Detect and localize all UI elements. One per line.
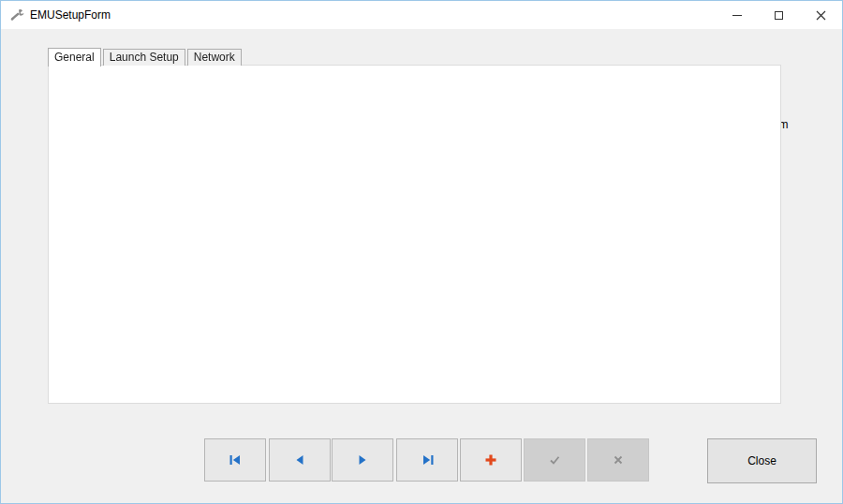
next-record-icon xyxy=(356,453,369,467)
maximize-icon xyxy=(775,11,783,20)
post-edit-button[interactable] xyxy=(524,438,585,482)
first-record-icon xyxy=(229,453,243,467)
cancel-edit-button[interactable] xyxy=(587,438,649,482)
next-record-button[interactable] xyxy=(332,438,393,482)
cross-icon xyxy=(613,454,624,466)
close-form-button[interactable]: Close xyxy=(707,438,817,483)
prior-record-icon xyxy=(293,453,306,467)
last-record-button[interactable] xyxy=(396,438,458,482)
close-form-label: Close xyxy=(747,454,776,467)
last-record-icon xyxy=(421,453,435,467)
tab-strip: General Launch Setup Network xyxy=(48,47,244,66)
emusetupform-window: EMUSetupForm General Launch Setup Networ… xyxy=(0,0,843,504)
first-record-button[interactable] xyxy=(204,438,266,482)
window-title: EMUSetupForm xyxy=(30,1,111,29)
insert-record-button[interactable] xyxy=(460,438,522,482)
minimize-button[interactable] xyxy=(716,1,758,29)
tab-launch-setup[interactable]: Launch Setup xyxy=(103,49,185,66)
maximize-button[interactable] xyxy=(758,1,800,29)
close-window-button[interactable] xyxy=(800,1,842,29)
tab-general[interactable]: General xyxy=(48,48,101,67)
insert-plus-icon xyxy=(484,453,497,467)
close-icon xyxy=(816,10,826,21)
title-bar: EMUSetupForm xyxy=(1,1,842,29)
check-icon xyxy=(548,453,561,467)
wrench-icon xyxy=(9,7,24,22)
tab-network[interactable]: Network xyxy=(187,49,242,66)
prior-record-button[interactable] xyxy=(269,438,331,482)
tab-page-general xyxy=(48,65,781,404)
minimize-icon xyxy=(732,15,742,16)
